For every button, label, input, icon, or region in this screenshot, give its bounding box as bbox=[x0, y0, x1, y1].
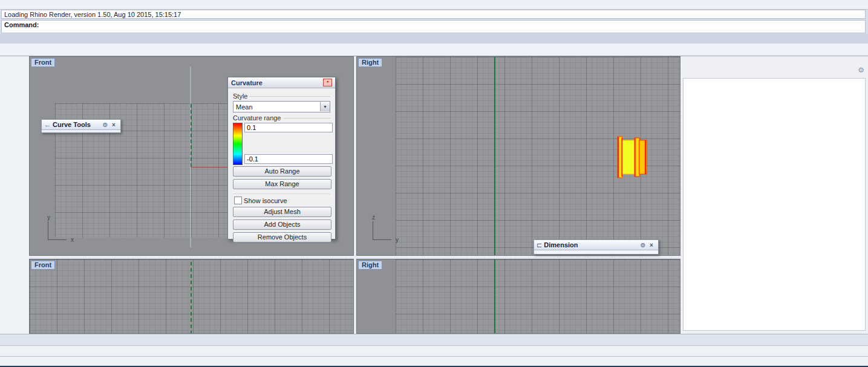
command-history-text: Loading Rhino Render, version 1.50, Aug … bbox=[4, 11, 181, 18]
command-prompt: Command: bbox=[4, 21, 39, 28]
show-isocurve-label: Show isocurve bbox=[244, 197, 287, 204]
viewport-area: Front y x bbox=[29, 56, 680, 334]
auto-range-button[interactable]: Auto Range bbox=[233, 166, 331, 177]
dimension-grid bbox=[534, 250, 658, 254]
property-grid bbox=[683, 78, 866, 331]
dimension-title: Dimension bbox=[544, 241, 578, 248]
palette-close-icon[interactable]: × bbox=[109, 121, 118, 128]
curve-tools-title-bar[interactable]: ← Curve Tools ⚙ × bbox=[42, 120, 120, 130]
viewport-front-bottom[interactable]: Front bbox=[29, 259, 354, 334]
palette-close-icon[interactable]: × bbox=[647, 241, 656, 248]
command-history[interactable]: Loading Rhino Render, version 1.50, Aug … bbox=[1, 10, 866, 19]
bottle-cap bbox=[618, 137, 647, 178]
main-toolbar bbox=[0, 44, 868, 56]
style-dropdown[interactable]: Mean ▼ bbox=[233, 101, 330, 112]
curve-tools-palette[interactable]: ← Curve Tools ⚙ × bbox=[41, 119, 121, 133]
viewport-title[interactable]: Right bbox=[358, 261, 382, 270]
palette-gear-icon[interactable]: ⚙ bbox=[101, 121, 109, 128]
rhino-window: Loading Rhino Render, version 1.50, Aug … bbox=[0, 0, 868, 367]
toolbar-tab-bar bbox=[0, 34, 868, 44]
chevron-down-icon[interactable]: ▼ bbox=[320, 102, 330, 111]
axis-line-green bbox=[191, 262, 192, 334]
tool-sidebar bbox=[0, 56, 30, 345]
axis-line-green bbox=[191, 104, 192, 167]
style-value: Mean bbox=[236, 103, 253, 111]
dimension-title-bar[interactable]: ⊏ Dimension ⚙ × bbox=[534, 240, 658, 250]
viewport-title[interactable]: Front bbox=[31, 261, 55, 270]
dimension-handle-icon[interactable]: ⊏ bbox=[537, 241, 542, 249]
viewport-title[interactable]: Right bbox=[358, 58, 382, 67]
drag-handle-icon[interactable]: ← bbox=[44, 121, 51, 128]
viewport-right-bottom[interactable]: Right bbox=[356, 259, 680, 334]
axis-label-z: z bbox=[372, 214, 375, 221]
axis-indicator: y x bbox=[48, 221, 67, 240]
axis-label-x: x bbox=[71, 236, 74, 243]
range-min-input[interactable] bbox=[244, 154, 333, 164]
range-max-input[interactable] bbox=[244, 123, 333, 132]
adjust-mesh-button[interactable]: Adjust Mesh bbox=[233, 207, 331, 217]
command-input[interactable]: Command: bbox=[1, 20, 866, 33]
bottle-curvature-analysis[interactable] bbox=[364, 109, 653, 206]
palette-gear-icon[interactable]: ⚙ bbox=[639, 241, 647, 248]
panel-options-gear-icon[interactable]: ⚙ bbox=[858, 66, 864, 74]
curvature-gradient-bar bbox=[233, 123, 243, 165]
range-group-label: Curvature range bbox=[233, 114, 330, 122]
dimension-palette[interactable]: ⊏ Dimension ⚙ × bbox=[534, 239, 659, 255]
show-isocurve-row[interactable]: Show isocurve bbox=[234, 196, 330, 204]
curve-tools-grid bbox=[42, 130, 120, 132]
curvature-title-bar[interactable]: Curvature ▪ bbox=[228, 77, 335, 88]
style-group-label: Style bbox=[233, 93, 330, 100]
axis-indicator: z y bbox=[373, 221, 391, 240]
curvature-dialog[interactable]: Curvature ▪ Style Mean ▼ Curvature range… bbox=[227, 77, 336, 239]
max-range-button[interactable]: Max Range bbox=[233, 179, 331, 189]
show-isocurve-checkbox[interactable] bbox=[234, 196, 242, 204]
add-objects-button[interactable]: Add Objects bbox=[233, 219, 331, 230]
osnap-bar bbox=[0, 345, 868, 356]
status-bar bbox=[0, 356, 868, 367]
viewport-title[interactable]: Front bbox=[31, 58, 55, 67]
dialog-close-icon[interactable]: ▪ bbox=[323, 79, 332, 86]
properties-panel: ⚙ bbox=[680, 56, 868, 334]
curve-tools-title: Curve Tools bbox=[53, 121, 91, 128]
axis-label-y: y bbox=[47, 214, 50, 221]
bottle-wireframe-right[interactable] bbox=[361, 293, 680, 334]
menu-bar bbox=[0, 0, 868, 10]
viewport-right-top[interactable]: Right z y bbox=[356, 56, 680, 256]
remove-objects-button[interactable]: Remove Objects bbox=[233, 232, 331, 242]
curvature-title: Curvature bbox=[231, 79, 263, 86]
bottle-wireframe-top-view[interactable] bbox=[30, 259, 354, 334]
axis-label-y: y bbox=[396, 236, 399, 243]
viewport-tab-bar bbox=[0, 334, 868, 345]
